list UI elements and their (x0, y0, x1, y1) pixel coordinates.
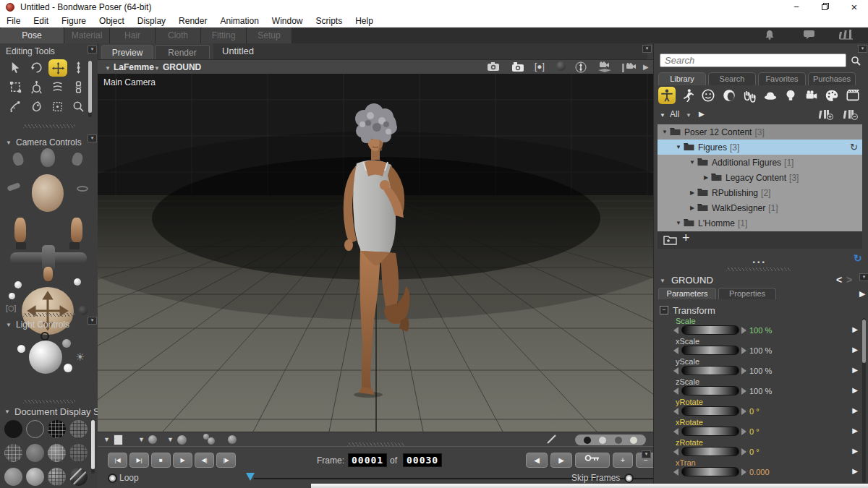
param-menu-icon[interactable]: ▶ (852, 366, 858, 374)
poses-category-icon[interactable] (679, 87, 697, 104)
param-value[interactable]: 0 ° (749, 407, 760, 416)
param-dial[interactable] (681, 325, 739, 335)
menu-edit[interactable]: Edit (27, 16, 55, 26)
props-category-icon[interactable] (762, 87, 779, 104)
param-dial[interactable] (681, 447, 739, 456)
caret-down-icon[interactable]: ▼ (688, 159, 697, 166)
dial-decrement-icon[interactable] (673, 388, 678, 395)
room-tab-pose[interactable]: Pose (0, 27, 64, 43)
display-style-flat-lined[interactable] (69, 444, 88, 462)
menu-object[interactable]: Object (93, 16, 131, 26)
dial-decrement-icon[interactable] (673, 468, 678, 476)
param-value[interactable]: 0 ° (749, 448, 760, 456)
sphere-dark-icon[interactable] (556, 61, 566, 71)
camera-photo-icon[interactable] (487, 61, 500, 74)
right-hand-camera-icon[interactable] (71, 151, 84, 166)
collapse-transform-icon[interactable]: − (660, 306, 668, 314)
translate-pull-tool[interactable] (48, 59, 67, 77)
minimize-button[interactable]: − (783, 0, 810, 14)
actor-menu[interactable]: ▼GROUND (154, 62, 201, 72)
dial-increment-icon[interactable] (741, 367, 746, 374)
figures-category-icon[interactable] (658, 87, 676, 104)
library-tab-purchases[interactable]: Purchases (808, 72, 856, 85)
dial-decrement-icon[interactable] (673, 408, 678, 415)
style-dot-icon[interactable] (228, 435, 237, 444)
dial-increment-icon[interactable] (741, 388, 746, 395)
display-style-cartoon[interactable] (4, 468, 22, 486)
display-style-sketch-shaded[interactable] (48, 444, 66, 462)
library-tab-favorites[interactable]: Favorites (758, 72, 806, 85)
last-frame-button[interactable]: ▶| (129, 453, 149, 468)
camera-orb-left[interactable] (14, 281, 22, 288)
prev-actor-icon[interactable]: < (836, 274, 842, 286)
params-scrollbar[interactable] (862, 318, 866, 483)
light-controls-caret-icon[interactable]: ▼ (6, 322, 12, 328)
params-tab-parameters[interactable]: Parameters (658, 288, 716, 299)
left-hand-camera-icon[interactable] (12, 151, 25, 166)
param-value[interactable]: 100 % (749, 387, 772, 395)
light-ring-icon[interactable] (41, 332, 49, 341)
add-item-icon[interactable]: + (682, 231, 690, 246)
scale-tool[interactable] (7, 79, 24, 95)
panel-drag-handle[interactable] (23, 400, 75, 403)
step-forward-button[interactable]: |▶ (216, 453, 236, 468)
params-tab-properties[interactable]: Properties (718, 288, 776, 299)
param-dial[interactable] (681, 366, 739, 375)
param-dial[interactable] (681, 406, 739, 416)
tree-item-poser-12-content[interactable]: ▼Poser 12 Content[3] (658, 124, 862, 140)
caret-down-icon[interactable]: ▼ (674, 144, 683, 150)
display-style-lit-wireframe[interactable] (4, 444, 22, 462)
direct-manipulation-tool[interactable] (69, 98, 87, 114)
panel-drag-handle[interactable] (23, 313, 75, 317)
tree-item-rpublishing[interactable]: ▶RPublishing[2] (658, 185, 862, 200)
grouping-tool[interactable] (48, 98, 66, 114)
param-menu-icon[interactable]: ▶ (852, 386, 858, 394)
params-menu-icon[interactable]: ▶ (859, 289, 865, 299)
face-camera-icon[interactable] (32, 174, 64, 212)
add-frames-button[interactable]: + (613, 453, 633, 468)
param-dial[interactable] (681, 386, 739, 395)
collapse-camera-controls[interactable]: ▾ (88, 134, 97, 142)
add-keyframe-button[interactable] (575, 453, 610, 468)
panel-drag-handle[interactable] (23, 124, 75, 128)
tab-render[interactable]: Render (155, 45, 210, 60)
param-menu-icon[interactable]: ▶ (852, 427, 858, 435)
dial-decrement-icon[interactable] (673, 428, 678, 435)
display-style-scrollbar[interactable] (91, 420, 95, 474)
menu-window[interactable]: Window (265, 16, 310, 26)
display-style-smooth-shaded[interactable] (26, 468, 44, 486)
param-dial[interactable] (681, 346, 739, 355)
add-folder-icon[interactable] (663, 234, 677, 245)
search-input[interactable] (660, 53, 846, 67)
tree-item-additional-figures[interactable]: ▼Additional Figures[1] (658, 155, 862, 170)
light-orb-1[interactable] (17, 345, 25, 353)
menu-display[interactable]: Display (131, 16, 172, 26)
dial-increment-icon[interactable] (741, 448, 746, 455)
chat-icon[interactable] (803, 29, 815, 42)
animating-camera-icon[interactable] (7, 182, 20, 192)
menu-help[interactable]: Help (349, 16, 380, 26)
room-tab-cloth[interactable]: Cloth (156, 27, 201, 43)
stop-button[interactable]: ■ (151, 453, 171, 468)
hands-category-icon[interactable] (741, 87, 758, 104)
caret-down-icon[interactable]: ▼ (674, 220, 683, 226)
collapse-parameters[interactable]: ▾ (859, 273, 868, 281)
chain-break-tool[interactable] (69, 79, 87, 95)
param-menu-icon[interactable]: ▶ (852, 346, 858, 354)
document-tab[interactable]: Untitled (222, 46, 254, 56)
caret-right-icon[interactable]: ▶ (688, 205, 697, 211)
color-tool[interactable] (27, 98, 45, 114)
dial-decrement-icon[interactable] (673, 347, 678, 354)
select-camera-icon[interactable]: [⬡] (6, 304, 16, 312)
hair-category-icon[interactable] (720, 87, 738, 104)
dial-decrement-icon[interactable] (673, 327, 678, 334)
lights-category-icon[interactable] (782, 87, 799, 104)
camera-orb-right[interactable] (74, 278, 81, 286)
sun-icon[interactable]: ☀ (75, 351, 85, 364)
tree-item-l-homme[interactable]: ▼L'Homme[1] (658, 215, 862, 231)
next-key-button[interactable]: ▶ (550, 453, 572, 468)
camera-controls-caret-icon[interactable]: ▼ (6, 140, 12, 146)
filter-dropdown-icon[interactable]: ▼ (686, 112, 692, 119)
document-style-page-icon[interactable] (114, 435, 123, 445)
element-style-sphere-icon[interactable] (177, 435, 187, 445)
